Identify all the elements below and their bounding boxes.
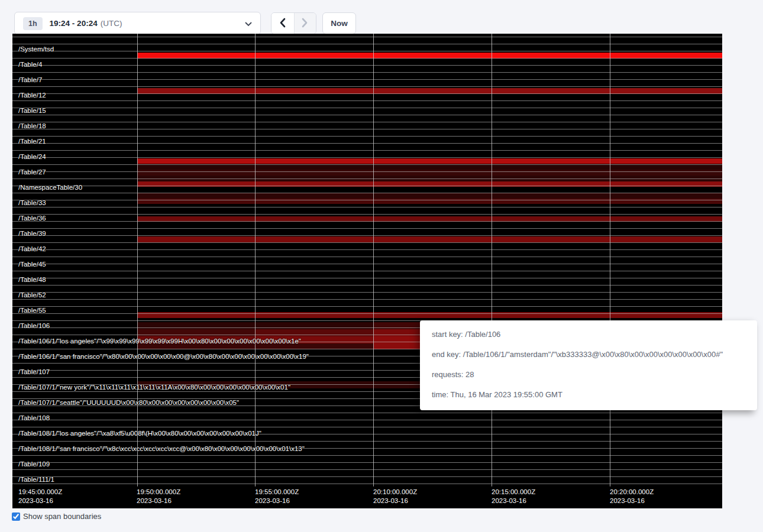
time-gridline: [255, 34, 256, 486]
activity-band: [12, 170, 722, 176]
span-boundary-line: [12, 44, 722, 44]
span-boundary-line: [12, 476, 722, 477]
span-boundary-line: [12, 455, 722, 456]
span-boundary-line: [12, 249, 722, 250]
tick-date: 2023-03-16: [373, 497, 417, 505]
row-label: /Table/15: [18, 106, 46, 115]
span-boundary-line: [12, 264, 722, 264]
x-axis-tick: 19:55:00.000Z2023-03-16: [255, 488, 299, 505]
span-boundary-line: [12, 186, 722, 186]
span-boundary-line: [12, 469, 722, 470]
span-boundary-line: [12, 427, 722, 427]
tooltip-end-key: end key: /Table/106/1/"amsterdam"/"\xb33…: [432, 351, 757, 359]
span-tooltip: start key: /Table/106 end key: /Table/10…: [420, 320, 757, 410]
show-span-boundaries-checkbox[interactable]: [12, 512, 20, 521]
time-gridline: [492, 34, 492, 486]
span-boundary-line: [12, 257, 722, 257]
time-gridline: [137, 34, 138, 486]
activity-band-segment: [137, 329, 255, 336]
row-label: /Table/27: [18, 168, 46, 176]
time-range-dropdown[interactable]: 1h 19:24 - 20:24 (UTC): [14, 12, 261, 35]
row-label: /Table/12: [18, 91, 46, 99]
span-boundaries-control: Show span boundaries: [12, 512, 101, 521]
span-boundary-line: [12, 115, 722, 115]
row-label: /Table/109: [18, 460, 50, 468]
row-label: /Table/108/1/"los angeles"/"\xa8\xf5\u00…: [18, 429, 261, 437]
prev-range-button[interactable]: [271, 13, 294, 34]
row-label: /System/tsd: [18, 45, 54, 53]
span-boundary-line: [12, 200, 722, 200]
span-boundary-line: [12, 207, 722, 207]
tooltip-requests: requests: 28: [432, 371, 757, 379]
row-label: /Table/7: [18, 76, 42, 84]
chevron-down-icon: [245, 18, 252, 29]
tick-date: 2023-03-16: [492, 497, 535, 505]
span-boundary-line: [12, 93, 722, 94]
row-label: /Table/106/1/"san francisco"/"\x80\x00\x…: [18, 352, 309, 361]
span-boundary-line: [12, 157, 722, 158]
show-span-boundaries-label[interactable]: Show span boundaries: [23, 512, 101, 521]
span-boundary-line: [12, 65, 722, 66]
range-duration-badge: 1h: [23, 17, 43, 30]
row-label: /Table/42: [18, 245, 46, 253]
span-boundary-line: [12, 193, 722, 193]
row-label: /Table/21: [18, 137, 46, 145]
row-label: /NamespaceTable/30: [18, 183, 82, 192]
span-boundary-line: [12, 72, 722, 73]
activity-band-segment: [137, 193, 722, 199]
span-boundary-line: [12, 271, 722, 271]
span-boundary-line: [12, 214, 722, 215]
row-label: /Table/33: [18, 199, 46, 207]
span-boundary-line: [12, 228, 722, 229]
row-label: /Table/107/1/"new york"/"\x11\x11\x11\x1…: [18, 383, 290, 391]
span-boundary-line: [12, 285, 722, 286]
span-boundary-line: [12, 221, 722, 222]
row-label: /Table/108/1/"san francisco"/"\x8c\xcc\x…: [18, 445, 305, 453]
tick-time: 19:45:00.000Z: [18, 488, 62, 497]
x-axis-tick: 19:45:00.000Z2023-03-16: [18, 488, 62, 505]
chevron-left-icon: [279, 18, 286, 30]
tick-time: 19:50:00.000Z: [137, 488, 180, 497]
span-boundary-line: [12, 51, 722, 51]
row-label: /Table/4: [18, 60, 42, 69]
row-label: /Table/36: [18, 214, 46, 222]
row-label: /Table/107: [18, 368, 50, 376]
activity-band: [12, 158, 722, 164]
row-label: /Table/111/1: [18, 475, 54, 484]
span-boundary-line: [12, 86, 722, 87]
x-axis-tick: 20:10:00.000Z2023-03-16: [373, 488, 417, 505]
tick-time: 20:10:00.000Z: [373, 488, 417, 497]
tooltip-start-key: start key: /Table/106: [432, 330, 757, 339]
span-boundary-line: [12, 122, 722, 122]
key-visualizer-canvas[interactable]: /System/tsd/Table/4/Table/7/Table/12/Tab…: [12, 34, 722, 508]
span-boundary-line: [12, 278, 722, 278]
tick-date: 2023-03-16: [255, 497, 299, 505]
row-label: /Table/39: [18, 229, 46, 238]
activity-band-segment: [137, 158, 722, 164]
tick-time: 20:15:00.000Z: [492, 488, 535, 497]
span-boundary-line: [12, 235, 722, 236]
next-range-button[interactable]: [294, 13, 316, 34]
row-label: /Table/18: [18, 122, 46, 130]
chevron-right-icon: [302, 18, 308, 30]
x-axis-tick: 20:20:00.000Z2023-03-16: [610, 488, 654, 505]
span-boundary-line: [12, 79, 722, 80]
activity-band-segment: [255, 329, 373, 336]
x-axis-tick: 19:50:00.000Z2023-03-16: [137, 488, 180, 505]
row-label: /Table/108: [18, 414, 50, 422]
span-boundary-line: [12, 37, 722, 37]
row-label: /Table/55: [18, 306, 46, 314]
range-timezone: (UTC): [101, 19, 122, 28]
now-button[interactable]: Now: [322, 12, 356, 34]
span-boundary-line: [12, 164, 722, 165]
span-boundary-line: [12, 136, 722, 137]
span-boundary-line: [12, 413, 722, 413]
range-text: 19:24 - 20:24: [50, 19, 98, 28]
tick-date: 2023-03-16: [137, 497, 180, 505]
time-gridline: [373, 34, 374, 486]
span-boundary-line: [12, 441, 722, 442]
span-boundary-line: [12, 129, 722, 129]
span-boundary-line: [12, 143, 722, 144]
span-boundary-line: [12, 306, 722, 307]
span-boundary-line: [12, 100, 722, 101]
